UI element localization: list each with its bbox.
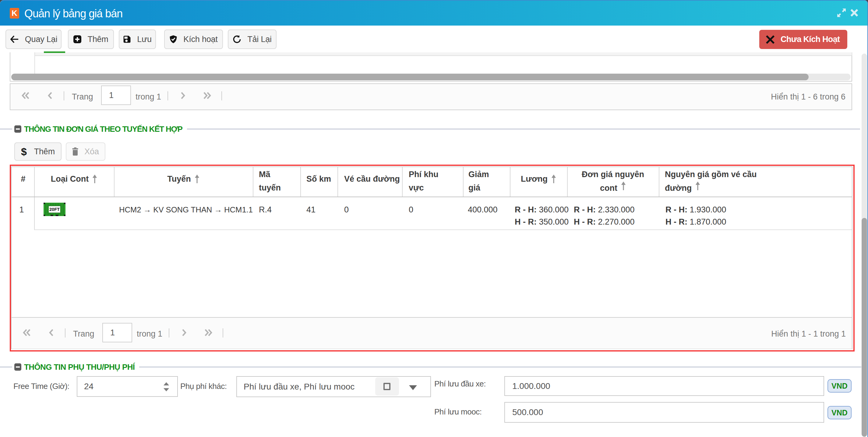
svg-text:20FT: 20FT bbox=[49, 207, 60, 212]
